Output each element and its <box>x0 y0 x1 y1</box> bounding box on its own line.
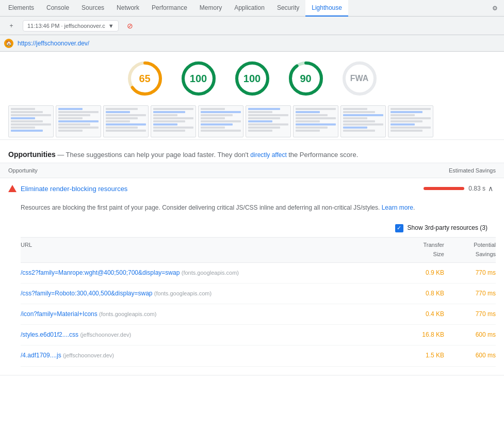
potential-savings: 770 ms <box>444 309 496 319</box>
best-practices-score: 100 <box>234 60 271 97</box>
audit-item-header[interactable]: Eliminate render-blocking resources 0.83… <box>0 178 504 199</box>
filmstrip-thumb <box>293 105 338 137</box>
fwa-score: FWA <box>341 60 378 97</box>
accessibility-score: 100 <box>180 60 217 97</box>
settings-icon[interactable]: ⚙ <box>487 1 502 15</box>
filmstrip-thumb <box>103 105 149 137</box>
url-table-header: URL TransferSize PotentialSavings <box>21 237 496 262</box>
page-url[interactable]: https://jeffschoonover.dev/ <box>18 40 89 47</box>
warning-triangle-icon <box>8 184 17 193</box>
tab-console[interactable]: Console <box>40 0 75 17</box>
url-cell: /css2?family=Manrope:wght@400;500;700&di… <box>21 268 393 278</box>
url-bar: 🏠 https://jeffschoonover.dev/ <box>0 35 504 52</box>
potential-savings: 600 ms <box>444 330 496 340</box>
chevron-up-icon: ∧ <box>485 183 496 194</box>
opportunities-title: Opportunities <box>8 150 56 159</box>
tab-elements[interactable]: Elements <box>2 0 40 17</box>
address-bar: + 11:13:46 PM · jeffschoonover.c ▼ ⊘ <box>0 17 504 35</box>
url-cell: /4.adf1709....js (jeffschoonover.dev) <box>21 351 393 360</box>
filmstrip <box>0 103 504 140</box>
potential-savings: 770 ms <box>444 289 496 299</box>
learn-more-link[interactable]: Learn more <box>382 204 413 211</box>
filmstrip-thumb <box>8 105 54 137</box>
url-cell: /css?family=Roboto:300,400,500&display=s… <box>21 289 393 299</box>
main-content: 65 100 100 90 <box>0 52 504 424</box>
size-col-header: TransferSize <box>393 241 444 259</box>
opportunities-header: Opportunities — These suggestions can he… <box>0 144 504 163</box>
potential-savings: 770 ms <box>444 268 496 278</box>
audit-item-render-blocking: Eliminate render-blocking resources 0.83… <box>0 178 504 375</box>
audit-description: Resources are blocking the first paint o… <box>21 203 496 213</box>
url-col-header: URL <box>21 241 393 259</box>
devtools-tab-bar: Elements Console Sources Network Perform… <box>0 0 504 17</box>
checkbox-row: ✓ Show 3rd-party resources (3) <box>21 219 496 237</box>
filmstrip-thumb <box>198 105 243 137</box>
potential-col-header: PotentialSavings <box>444 241 496 259</box>
savings-value: 0.83 s <box>468 185 485 192</box>
url-cell: /styles.e6d01f2....css (jeffschoonover.d… <box>21 330 393 340</box>
transfer-size: 0.4 KB <box>393 309 444 319</box>
tab-selector[interactable]: 11:13:46 PM · jeffschoonover.c ▼ <box>23 20 119 32</box>
site-icon: 🏠 <box>4 39 13 48</box>
url-row: /styles.e6d01f2....css (jeffschoonover.d… <box>21 325 496 346</box>
tab-security[interactable]: Security <box>271 0 305 17</box>
filmstrip-thumb <box>151 105 196 137</box>
transfer-size: 1.5 KB <box>393 351 444 360</box>
table-header: Opportunity Estimated Savings <box>0 163 504 178</box>
tab-network[interactable]: Network <box>110 0 145 17</box>
audit-expanded-content: Resources are blocking the first paint o… <box>0 199 504 375</box>
savings-bar-container: 0.83 s <box>424 185 485 192</box>
tab-application[interactable]: Application <box>228 0 271 17</box>
tab-lighthouse[interactable]: Lighthouse <box>305 0 348 17</box>
checkbox-label: Show 3rd-party resources (3) <box>408 223 487 233</box>
url-row: /icon?family=Material+Icons (fonts.googl… <box>21 304 496 325</box>
transfer-size: 0.9 KB <box>393 268 444 278</box>
filmstrip-thumb <box>388 105 433 137</box>
transfer-size: 16.8 KB <box>393 330 444 340</box>
filmstrip-thumb <box>340 105 386 137</box>
filmstrip-thumb <box>246 105 291 137</box>
seo-score: 90 <box>287 60 324 97</box>
transfer-size: 0.8 KB <box>393 289 444 299</box>
tab-sources[interactable]: Sources <box>75 0 110 17</box>
tab-performance[interactable]: Performance <box>145 0 193 17</box>
scores-section: 65 100 100 90 <box>0 52 504 103</box>
potential-savings: 600 ms <box>444 351 496 360</box>
tab-memory[interactable]: Memory <box>193 0 228 17</box>
col-savings-header: Estimated Savings <box>429 167 496 174</box>
url-row: /css2?family=Manrope:wght@400;500;700&di… <box>21 263 496 284</box>
opportunities-subtitle-start: — These suggestions can help your page l… <box>57 151 250 159</box>
performance-score: 65 <box>126 60 164 97</box>
url-row: /4.adf1709....js (jeffschoonover.dev) 1.… <box>21 346 496 366</box>
no-entry-icon[interactable]: ⊘ <box>123 19 137 33</box>
audit-title: Eliminate render-blocking resources <box>21 185 424 193</box>
new-tab-icon[interactable]: + <box>4 19 19 33</box>
url-row: /css?family=Roboto:300,400,500&display=s… <box>21 284 496 304</box>
savings-bar <box>424 187 464 190</box>
opportunities-subtitle-end: the Performance score. <box>288 151 358 159</box>
show-3rdparty-checkbox[interactable]: ✓ <box>395 224 403 232</box>
url-cell: /icon?family=Material+Icons (fonts.googl… <box>21 309 393 319</box>
directly-affect-link[interactable]: directly affect <box>250 151 286 159</box>
col-opportunity-header: Opportunity <box>8 167 429 174</box>
filmstrip-thumb <box>56 105 101 137</box>
